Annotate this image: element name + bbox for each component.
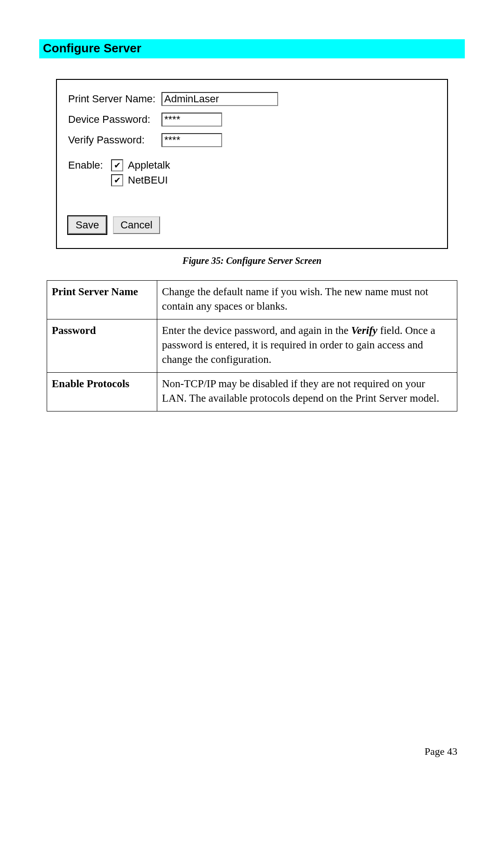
server-name-label: Print Server Name: [68, 93, 161, 105]
config-form-frame: Print Server Name: Device Password: Veri… [56, 79, 448, 249]
row-desc: Non-TCP/IP may be disabled if they are n… [157, 373, 457, 411]
row-key: Enable Protocols [47, 373, 157, 411]
verify-emphasis: Verify [351, 325, 378, 336]
device-password-input[interactable] [161, 113, 222, 127]
table-row: Enable Protocols Non-TCP/IP may be disab… [47, 373, 457, 411]
save-button[interactable]: Save [68, 216, 106, 234]
netbeui-label: NetBEUI [128, 174, 168, 186]
verify-password-label: Verify Password: [68, 134, 161, 146]
appletalk-checkbox[interactable]: ✔ [111, 159, 123, 171]
figure-caption: Figure 35: Configure Server Screen [39, 255, 465, 266]
page-number: Page 43 [425, 745, 457, 758]
table-row: Password Enter the device password, and … [47, 319, 457, 373]
cancel-button[interactable]: Cancel [113, 216, 160, 234]
verify-password-input[interactable] [161, 133, 222, 147]
description-table: Print Server Name Change the default nam… [47, 280, 457, 411]
netbeui-checkbox[interactable]: ✔ [111, 174, 123, 186]
row-desc: Change the default name if you wish. The… [157, 281, 457, 319]
row-desc: Enter the device password, and again in … [157, 319, 457, 373]
row-key: Print Server Name [47, 281, 157, 319]
appletalk-label: Appletalk [128, 159, 170, 171]
server-name-input[interactable] [161, 92, 278, 106]
device-password-label: Device Password: [68, 113, 161, 126]
enable-label: Enable: [68, 159, 111, 171]
row-key: Password [47, 319, 157, 373]
section-header: Configure Server [39, 39, 465, 58]
table-row: Print Server Name Change the default nam… [47, 281, 457, 319]
